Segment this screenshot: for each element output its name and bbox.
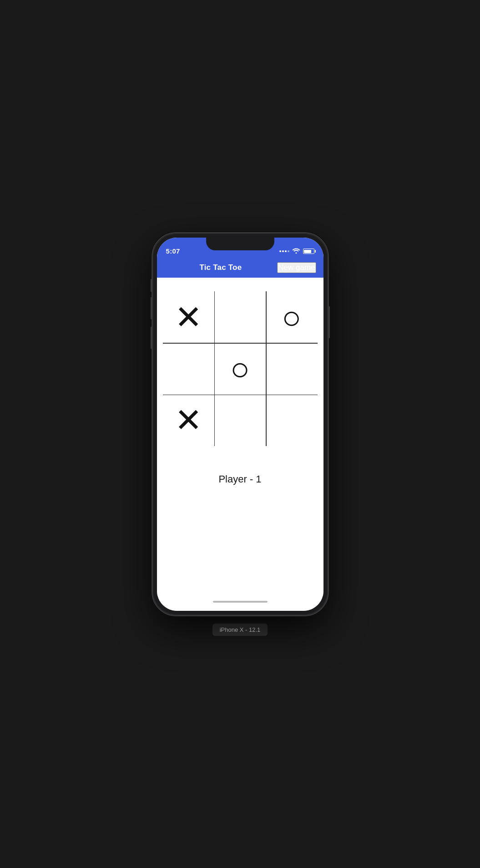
wifi-icon xyxy=(292,248,300,255)
signal-dot-2 xyxy=(282,250,284,252)
home-indicator xyxy=(213,601,268,603)
board-grid: ✕ ○ xyxy=(163,291,318,446)
cell-0-2-symbol: ○ xyxy=(282,301,302,334)
phone-wrapper: 5:07 xyxy=(152,232,329,616)
battery-fill xyxy=(304,250,311,253)
power-button xyxy=(328,306,330,339)
cell-2-0[interactable]: ✕ xyxy=(163,395,214,446)
cell-2-2[interactable] xyxy=(266,395,317,446)
cell-2-1[interactable] xyxy=(214,395,266,446)
device-label: iPhone X - 12.1 xyxy=(212,624,268,636)
signal-dot-4 xyxy=(288,250,289,252)
signal-dot-1 xyxy=(279,250,281,252)
phone-screen: 5:07 xyxy=(157,238,323,611)
game-board[interactable]: ✕ ○ xyxy=(163,291,318,446)
cell-0-1[interactable] xyxy=(214,291,266,343)
signal-icon xyxy=(279,250,289,252)
scene: 5:07 xyxy=(152,232,329,636)
game-area: ✕ ○ xyxy=(157,278,323,611)
cell-1-2[interactable] xyxy=(266,343,317,394)
new-game-button[interactable]: New game xyxy=(277,262,316,273)
cell-1-0[interactable] xyxy=(163,343,214,394)
status-time: 5:07 xyxy=(166,247,180,255)
volume-down-button xyxy=(151,326,152,349)
cell-1-1[interactable]: ○ xyxy=(214,343,266,394)
player-status: Player - 1 xyxy=(218,473,261,485)
cell-1-1-symbol: ○ xyxy=(230,352,250,385)
status-icons xyxy=(279,248,314,255)
volume-up-button xyxy=(151,297,152,320)
cell-2-0-symbol: ✕ xyxy=(175,404,202,437)
battery-icon xyxy=(303,249,314,254)
app-title: Tic Tac Toe xyxy=(164,263,278,272)
app-bar: Tic Tac Toe New game xyxy=(157,258,323,278)
signal-dot-3 xyxy=(285,250,287,252)
cell-0-0-symbol: ✕ xyxy=(175,301,202,334)
silent-button xyxy=(151,279,152,292)
cell-0-2[interactable]: ○ xyxy=(266,291,317,343)
notch xyxy=(206,238,274,250)
phone-outer: 5:07 xyxy=(152,232,329,616)
cell-0-0[interactable]: ✕ xyxy=(163,291,214,343)
